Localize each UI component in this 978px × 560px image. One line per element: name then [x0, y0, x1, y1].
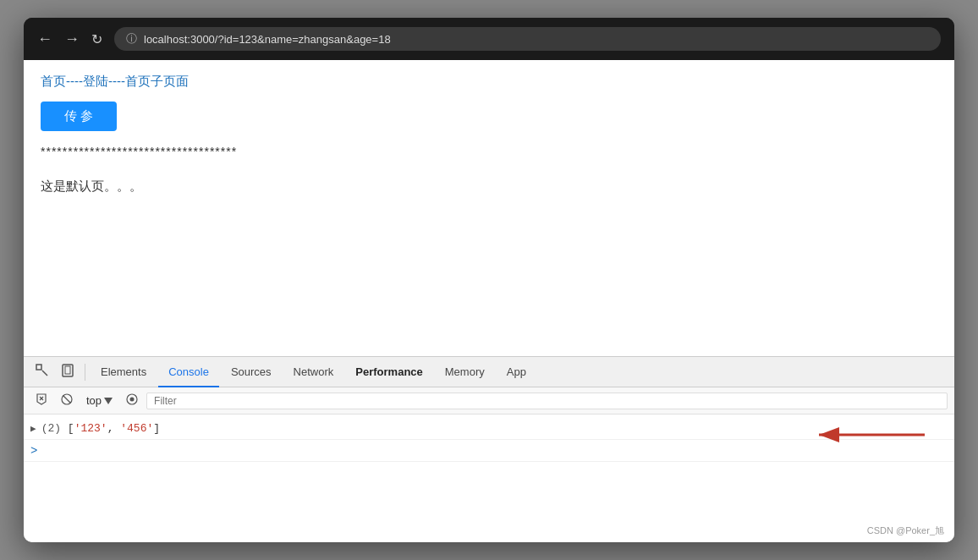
- address-bar: ← → ↻ ⓘ localhost:3000/?id=123&name=zhan…: [24, 18, 954, 60]
- console-toolbar: top: [24, 387, 954, 415]
- svg-rect-0: [36, 365, 41, 370]
- devtools-panel: Elements Console Sources Network Perform…: [24, 356, 954, 542]
- tab-memory[interactable]: Memory: [435, 357, 495, 387]
- nav-sep2: ----: [108, 74, 125, 90]
- nav-home-link[interactable]: 首页: [41, 74, 66, 90]
- nav-links: 首页 ---- 登陆 ---- 首页子页面: [41, 74, 937, 90]
- svg-marker-3: [37, 394, 46, 404]
- console-array-line: ▶ (2) [ '123' , '456' ]: [24, 418, 954, 440]
- info-icon: ⓘ: [126, 31, 137, 47]
- console-output: ▶ (2) [ '123' , '456' ] >: [24, 415, 954, 542]
- csdn-watermark: CSDN @Poker_旭: [867, 524, 944, 537]
- tab-elements[interactable]: Elements: [91, 357, 157, 387]
- stars-text: ************************************: [41, 145, 937, 158]
- console-prompt-symbol: >: [30, 444, 37, 458]
- svg-point-10: [130, 398, 135, 402]
- browser-window: ← → ↻ ⓘ localhost:3000/?id=123&name=zhan…: [24, 18, 954, 542]
- url-bar[interactable]: ⓘ localhost:3000/?id=123&name=zhangsan&a…: [114, 27, 941, 51]
- nav-login-link[interactable]: 登陆: [83, 74, 108, 90]
- chuancan-button[interactable]: 传 参: [41, 102, 117, 131]
- nav-home-sub-link[interactable]: 首页子页面: [125, 74, 189, 90]
- back-button[interactable]: ←: [37, 31, 52, 47]
- show-issues-button[interactable]: [121, 390, 143, 411]
- array-bracket-open: [: [61, 422, 74, 435]
- tab-divider: [85, 364, 85, 381]
- array-val2: '456': [120, 422, 153, 435]
- console-prompt-line[interactable]: >: [24, 440, 954, 462]
- top-label: top: [86, 394, 102, 407]
- clear-console-button[interactable]: [30, 390, 52, 411]
- tab-app[interactable]: App: [497, 357, 536, 387]
- tab-sources[interactable]: Sources: [221, 357, 282, 387]
- tab-network[interactable]: Network: [283, 357, 344, 387]
- block-requests-button[interactable]: [56, 390, 78, 411]
- expand-arrow[interactable]: ▶: [30, 423, 36, 434]
- array-comma: ,: [107, 422, 121, 435]
- url-text: localhost:3000/?id=123&name=zhangsan&age…: [144, 33, 391, 46]
- tab-performance[interactable]: Performance: [345, 357, 432, 387]
- nav-sep1: ----: [66, 74, 83, 90]
- devtools-tabs: Elements Console Sources Network Perform…: [24, 357, 954, 387]
- top-context-selector[interactable]: top: [81, 393, 118, 409]
- array-val1: '123': [74, 422, 107, 435]
- page-content: 首页 ---- 登陆 ---- 首页子页面 传 参 **************…: [24, 60, 954, 356]
- filter-input[interactable]: [146, 393, 948, 409]
- svg-line-7: [63, 396, 71, 404]
- array-count: (2): [41, 422, 61, 435]
- svg-rect-2: [65, 366, 70, 374]
- tab-console[interactable]: Console: [158, 357, 219, 387]
- svg-marker-8: [104, 398, 113, 404]
- reload-button[interactable]: ↻: [91, 31, 102, 47]
- device-mode-button[interactable]: [56, 360, 80, 384]
- array-bracket-close: ]: [153, 422, 160, 435]
- default-text: 这是默认页。。。: [41, 178, 937, 195]
- inspect-element-button[interactable]: [30, 360, 54, 384]
- forward-button[interactable]: →: [64, 31, 80, 47]
